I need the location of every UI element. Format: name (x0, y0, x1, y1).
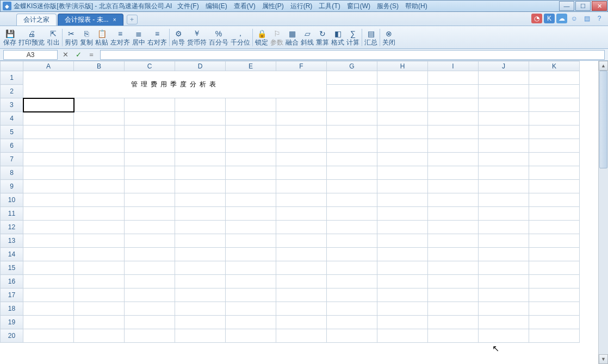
cell[interactable] (529, 125, 580, 139)
row-header[interactable]: 18 (1, 302, 23, 316)
cell[interactable] (74, 329, 125, 343)
cell[interactable] (428, 261, 479, 275)
cell[interactable] (125, 234, 175, 248)
cell[interactable] (226, 207, 276, 221)
cell[interactable] (175, 275, 226, 288)
cell[interactable] (74, 139, 125, 153)
cell[interactable] (428, 316, 479, 329)
cell[interactable] (74, 302, 125, 316)
cell[interactable] (276, 193, 327, 207)
cell[interactable] (276, 288, 327, 302)
cell[interactable] (125, 275, 175, 288)
menu-window[interactable]: 窗口(W) (344, 2, 374, 11)
cell[interactable] (74, 221, 125, 234)
cell[interactable] (428, 248, 479, 261)
cell[interactable] (226, 302, 276, 316)
col-header[interactable]: F (276, 61, 327, 71)
cell[interactable] (74, 180, 125, 193)
cell[interactable] (276, 112, 327, 125)
cell[interactable] (428, 125, 479, 139)
cell[interactable] (428, 112, 479, 125)
col-header[interactable]: C (125, 61, 175, 71)
cell[interactable] (276, 329, 327, 343)
cell[interactable] (226, 193, 276, 207)
cell[interactable] (74, 193, 125, 207)
cell[interactable] (377, 85, 428, 98)
scroll-up-icon[interactable]: ▲ (599, 61, 608, 71)
cell[interactable] (74, 261, 125, 275)
menu-tool[interactable]: 工具(T) (315, 2, 343, 11)
cell[interactable] (428, 329, 479, 343)
cell[interactable] (175, 248, 226, 261)
cell[interactable] (529, 139, 580, 153)
cell[interactable] (74, 153, 125, 166)
cell[interactable] (125, 153, 175, 166)
cell[interactable] (74, 275, 125, 288)
cell[interactable] (327, 248, 377, 261)
k-icon[interactable]: K (544, 14, 555, 23)
cell[interactable] (479, 180, 529, 193)
save-button[interactable]: 💾保存 (2, 29, 17, 46)
percent-button[interactable]: %百分号 (208, 29, 229, 46)
cell[interactable] (276, 180, 327, 193)
cell[interactable] (529, 248, 580, 261)
cell[interactable] (479, 207, 529, 221)
cell[interactable] (327, 316, 377, 329)
cell[interactable] (125, 125, 175, 139)
cell[interactable] (276, 125, 327, 139)
cell[interactable] (529, 112, 580, 125)
cell[interactable] (377, 329, 428, 343)
col-header[interactable]: J (479, 61, 529, 71)
cell[interactable] (125, 112, 175, 125)
confirm-icon[interactable]: ✓ (73, 50, 84, 60)
cell[interactable] (327, 98, 377, 112)
cell[interactable] (327, 207, 377, 221)
cell[interactable] (377, 125, 428, 139)
cell[interactable] (377, 302, 428, 316)
cell[interactable] (23, 234, 74, 248)
cell[interactable] (377, 288, 428, 302)
cell[interactable] (479, 139, 529, 153)
cell[interactable] (175, 180, 226, 193)
lock-button[interactable]: 🔒锁定 (254, 29, 269, 46)
cell[interactable] (125, 166, 175, 180)
diagonal-button[interactable]: ▱斜线 (300, 29, 315, 46)
menu-file[interactable]: 文件(F) (174, 2, 202, 11)
cell[interactable] (377, 261, 428, 275)
close-button[interactable]: ✕ (592, 1, 607, 11)
cell[interactable] (23, 316, 74, 329)
cell[interactable] (377, 139, 428, 153)
recalc-button[interactable]: ↻重算 (315, 29, 330, 46)
cell[interactable] (226, 180, 276, 193)
cell[interactable] (479, 85, 529, 98)
cell[interactable] (23, 139, 74, 153)
cell[interactable] (125, 139, 175, 153)
cell[interactable] (23, 275, 74, 288)
cell[interactable] (327, 288, 377, 302)
cut-button[interactable]: ✂剪切 (64, 29, 79, 46)
cell[interactable] (479, 193, 529, 207)
cell[interactable] (428, 166, 479, 180)
cell[interactable] (276, 166, 327, 180)
row-header[interactable]: 13 (1, 234, 23, 248)
cell[interactable] (23, 193, 74, 207)
menu-view[interactable]: 查看(V) (231, 2, 259, 11)
cell[interactable] (327, 112, 377, 125)
align-center-button[interactable]: ≣居中 (131, 29, 146, 46)
tab-close-icon[interactable]: × (113, 17, 116, 23)
cell[interactable] (125, 221, 175, 234)
row-header[interactable]: 2 (1, 85, 23, 98)
cell[interactable] (276, 275, 327, 288)
cell[interactable] (23, 125, 74, 139)
cell[interactable] (529, 166, 580, 180)
cell[interactable] (529, 207, 580, 221)
cell[interactable] (327, 166, 377, 180)
formula-input[interactable] (100, 50, 605, 60)
cell[interactable] (377, 112, 428, 125)
cell[interactable] (23, 288, 74, 302)
cell[interactable] (226, 316, 276, 329)
cell[interactable] (23, 207, 74, 221)
cell[interactable] (479, 166, 529, 180)
cell[interactable] (529, 329, 580, 343)
cell[interactable] (276, 153, 327, 166)
